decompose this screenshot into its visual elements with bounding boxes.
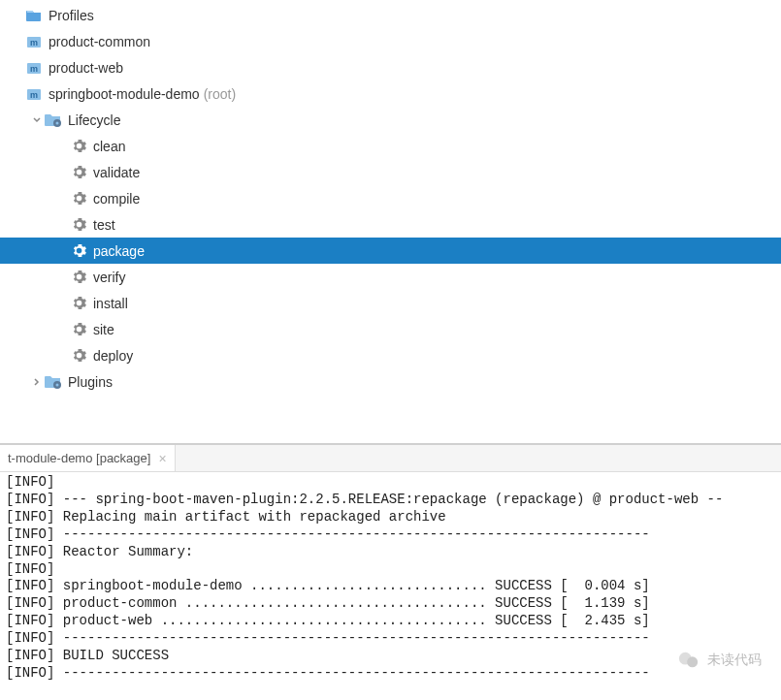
lifecycle-goal-validate[interactable]: validate bbox=[0, 159, 781, 185]
lifecycle-goal-install[interactable]: install bbox=[0, 290, 781, 316]
tree-item-plugins[interactable]: Plugins bbox=[0, 368, 781, 395]
watermark-text: 未读代码 bbox=[707, 652, 762, 669]
chevron-right-icon bbox=[29, 377, 45, 387]
goal-label: clean bbox=[93, 139, 125, 154]
gear-icon bbox=[70, 164, 87, 181]
tree-label: product-common bbox=[49, 34, 150, 49]
gear-icon bbox=[70, 242, 87, 260]
wechat-icon bbox=[678, 650, 700, 671]
svg-text:m: m bbox=[30, 90, 38, 100]
gear-icon bbox=[70, 190, 87, 207]
goal-label: test bbox=[93, 217, 115, 233]
gear-icon bbox=[70, 321, 87, 338]
tree-label: Lifecycle bbox=[68, 112, 120, 128]
goal-label: deploy bbox=[93, 348, 133, 364]
console-tab[interactable]: t-module-demo [package] × bbox=[0, 445, 176, 471]
tree-item-product-web[interactable]: m product-web bbox=[0, 54, 781, 80]
svg-point-7 bbox=[56, 121, 59, 124]
tree-suffix: (root) bbox=[204, 86, 236, 102]
lifecycle-folder-icon bbox=[45, 111, 62, 129]
close-icon[interactable]: × bbox=[158, 452, 166, 465]
svg-text:m: m bbox=[30, 64, 38, 74]
maven-module-icon: m bbox=[25, 33, 43, 50]
maven-module-icon: m bbox=[25, 85, 43, 103]
tree-label: springboot-module-demo bbox=[49, 86, 200, 102]
tree-item-lifecycle[interactable]: Lifecycle bbox=[0, 107, 781, 133]
goal-label: site bbox=[93, 322, 114, 337]
plugins-folder-icon bbox=[45, 373, 62, 391]
maven-tree-panel: Profiles m product-common m product-web … bbox=[0, 0, 781, 414]
svg-point-9 bbox=[56, 383, 59, 386]
tree-item-product-common[interactable]: m product-common bbox=[0, 28, 781, 54]
gear-icon bbox=[70, 347, 87, 365]
console-output[interactable]: [INFO] [INFO] --- spring-boot-maven-plug… bbox=[0, 472, 781, 684]
gear-icon bbox=[70, 269, 87, 286]
tree-item-springboot-module-demo[interactable]: m springboot-module-demo (root) bbox=[0, 80, 781, 107]
tree-label: Profiles bbox=[49, 8, 94, 23]
console-tab-bar: t-module-demo [package] × bbox=[0, 445, 781, 472]
goal-label: verify bbox=[93, 270, 125, 285]
lifecycle-goal-verify[interactable]: verify bbox=[0, 264, 781, 290]
console-panel: t-module-demo [package] × [INFO] [INFO] … bbox=[0, 443, 781, 700]
gear-icon bbox=[70, 216, 87, 234]
goal-label: compile bbox=[93, 191, 140, 207]
lifecycle-goals-container: cleanvalidatecompiletestpackageverifyins… bbox=[0, 133, 781, 368]
svg-point-11 bbox=[687, 656, 698, 667]
maven-module-icon: m bbox=[25, 59, 43, 77]
goal-label: package bbox=[93, 243, 145, 259]
lifecycle-goal-deploy[interactable]: deploy bbox=[0, 342, 781, 368]
console-tab-label: t-module-demo [package] bbox=[8, 451, 150, 465]
tree-item-profiles[interactable]: Profiles bbox=[0, 2, 781, 28]
watermark: 未读代码 bbox=[678, 650, 762, 671]
lifecycle-goal-site[interactable]: site bbox=[0, 316, 781, 342]
lifecycle-goal-compile[interactable]: compile bbox=[0, 185, 781, 211]
gear-icon bbox=[70, 295, 87, 312]
gear-icon bbox=[70, 138, 87, 155]
folder-icon bbox=[25, 7, 43, 24]
goal-label: install bbox=[93, 296, 128, 311]
tree-label: Plugins bbox=[68, 374, 113, 390]
lifecycle-goal-test[interactable]: test bbox=[0, 211, 781, 238]
tree-label: product-web bbox=[49, 60, 123, 76]
goal-label: validate bbox=[93, 165, 140, 180]
lifecycle-goal-package[interactable]: package bbox=[0, 238, 781, 264]
lifecycle-goal-clean[interactable]: clean bbox=[0, 133, 781, 159]
svg-text:m: m bbox=[30, 38, 38, 48]
chevron-down-icon bbox=[29, 115, 45, 125]
